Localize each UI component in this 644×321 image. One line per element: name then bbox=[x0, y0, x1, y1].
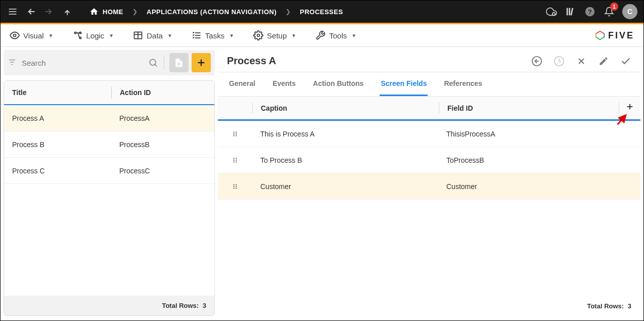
menu-tools[interactable]: Tools▼ bbox=[315, 30, 356, 40]
search-icon[interactable] bbox=[146, 55, 161, 70]
chevron-right-icon: ❯ bbox=[132, 8, 137, 15]
list-footer: Total Rows: 3 bbox=[4, 296, 214, 315]
svg-point-53 bbox=[236, 161, 237, 162]
menu-data[interactable]: Data▼ bbox=[133, 30, 172, 40]
edit-icon[interactable] bbox=[598, 56, 609, 67]
svg-point-28 bbox=[150, 59, 156, 65]
svg-point-47 bbox=[236, 135, 237, 136]
logo: FIVE bbox=[594, 30, 634, 41]
breadcrumb-applications[interactable]: APPLICATIONS (ACTION NAVIGATION) bbox=[147, 8, 277, 16]
cell-field-id: ToProcessB bbox=[438, 156, 640, 164]
filter-icon[interactable] bbox=[8, 58, 17, 68]
topbar: HOME ❯ APPLICATIONS (ACTION NAVIGATION) … bbox=[1, 1, 643, 24]
cloud-sync-icon[interactable] bbox=[545, 6, 558, 18]
svg-line-29 bbox=[155, 65, 157, 67]
svg-rect-8 bbox=[569, 8, 570, 16]
svg-point-56 bbox=[234, 186, 235, 187]
svg-point-58 bbox=[234, 188, 235, 189]
drag-handle-icon[interactable] bbox=[218, 130, 252, 137]
chevron-down-icon: ▼ bbox=[291, 33, 296, 38]
tab-references[interactable]: References bbox=[443, 72, 483, 96]
svg-point-12 bbox=[14, 34, 16, 37]
list-row[interactable]: Process AProcessA bbox=[4, 105, 214, 131]
chevron-down-icon: ▼ bbox=[167, 33, 172, 38]
menu-setup[interactable]: Setup▼ bbox=[253, 30, 296, 40]
eye-icon bbox=[10, 30, 20, 40]
svg-point-6 bbox=[553, 13, 556, 16]
field-row[interactable]: To Process BToProcessB bbox=[218, 147, 640, 173]
list-box: Title Action ID Process AProcessAProcess… bbox=[4, 80, 215, 316]
menu-visual[interactable]: Visual▼ bbox=[10, 30, 54, 40]
chevron-down-icon: ▼ bbox=[229, 33, 234, 38]
history-icon bbox=[554, 56, 565, 67]
svg-rect-7 bbox=[567, 8, 568, 16]
logic-icon bbox=[73, 30, 83, 40]
column-field-id[interactable]: Field ID bbox=[439, 104, 619, 112]
cell-title: Process A bbox=[4, 114, 111, 122]
tab-general[interactable]: General bbox=[228, 72, 256, 96]
menu-label: Tools bbox=[329, 31, 347, 40]
list-row[interactable]: Process CProcessC bbox=[4, 158, 214, 184]
tab-events[interactable]: Events bbox=[271, 72, 297, 96]
chevron-down-icon: ▼ bbox=[351, 33, 356, 38]
list-header: Title Action ID bbox=[4, 81, 214, 105]
cell-field-id: ThisisProcessA bbox=[438, 130, 640, 138]
svg-point-54 bbox=[234, 184, 235, 185]
menu-label: Visual bbox=[23, 31, 44, 40]
check-icon[interactable] bbox=[620, 56, 631, 67]
back-circle-icon[interactable] bbox=[531, 56, 542, 67]
cell-title: Process B bbox=[4, 141, 111, 149]
plus-icon bbox=[625, 102, 634, 111]
cell-caption: This is Process A bbox=[252, 130, 438, 138]
svg-point-49 bbox=[236, 158, 237, 159]
breadcrumb-label: HOME bbox=[103, 8, 123, 16]
up-icon[interactable] bbox=[61, 6, 73, 18]
list-row[interactable]: Process BProcessB bbox=[4, 131, 214, 158]
svg-point-44 bbox=[234, 133, 235, 134]
drag-handle-icon[interactable] bbox=[218, 157, 252, 164]
cell-field-id: Customer bbox=[438, 182, 640, 191]
document-button[interactable] bbox=[169, 53, 189, 72]
breadcrumb-processes[interactable]: PROCESSES bbox=[300, 8, 343, 16]
svg-point-42 bbox=[234, 131, 235, 132]
notifications-icon[interactable]: 1 bbox=[603, 6, 615, 18]
tab-screen-fields[interactable]: Screen Fields bbox=[380, 72, 428, 96]
field-row[interactable]: CustomerCustomer bbox=[218, 173, 640, 200]
cell-action-id: ProcessB bbox=[111, 141, 214, 149]
search-input[interactable] bbox=[22, 59, 146, 67]
field-header: Caption Field ID bbox=[218, 97, 640, 121]
avatar[interactable]: C bbox=[622, 4, 637, 19]
cell-title: Process C bbox=[4, 167, 111, 175]
column-caption[interactable]: Caption bbox=[253, 104, 439, 112]
add-button[interactable] bbox=[192, 53, 211, 72]
breadcrumb-home[interactable]: HOME bbox=[89, 7, 123, 16]
list-panel: Title Action ID Process AProcessAProcess… bbox=[4, 50, 215, 316]
menubar: Visual▼ Logic▼ Data▼ Tasks▼ Setup▼ Tools… bbox=[1, 24, 643, 47]
home-icon bbox=[89, 7, 99, 16]
logo-icon bbox=[594, 30, 606, 41]
tab-action-buttons[interactable]: Action Buttons bbox=[312, 72, 364, 96]
svg-point-46 bbox=[234, 135, 235, 136]
menu-label: Tasks bbox=[205, 31, 224, 40]
menu-label: Logic bbox=[86, 31, 105, 40]
library-icon[interactable] bbox=[565, 6, 577, 18]
cell-caption: To Process B bbox=[252, 156, 438, 164]
field-row[interactable]: This is Process AThisisProcessA bbox=[218, 121, 640, 147]
detail-panel: Process A GeneralEventsAction B bbox=[218, 50, 640, 316]
add-field-button[interactable] bbox=[625, 102, 634, 114]
detail-title: Process A bbox=[227, 55, 276, 67]
drag-handle-icon[interactable] bbox=[218, 183, 252, 190]
back-icon[interactable] bbox=[25, 6, 37, 18]
breadcrumb-label: PROCESSES bbox=[300, 8, 343, 16]
column-action-id[interactable]: Action ID bbox=[112, 88, 214, 97]
hamburger-icon[interactable] bbox=[7, 6, 19, 18]
menu-logic[interactable]: Logic▼ bbox=[73, 30, 114, 40]
breadcrumb-label: APPLICATIONS (ACTION NAVIGATION) bbox=[147, 8, 277, 16]
close-icon[interactable] bbox=[576, 56, 587, 67]
chevron-down-icon: ▼ bbox=[109, 33, 114, 38]
svg-point-45 bbox=[236, 133, 237, 134]
column-title[interactable]: Title bbox=[4, 88, 111, 97]
svg-point-51 bbox=[236, 159, 237, 160]
menu-tasks[interactable]: Tasks▼ bbox=[192, 30, 234, 40]
help-icon[interactable]: ? bbox=[584, 6, 596, 18]
